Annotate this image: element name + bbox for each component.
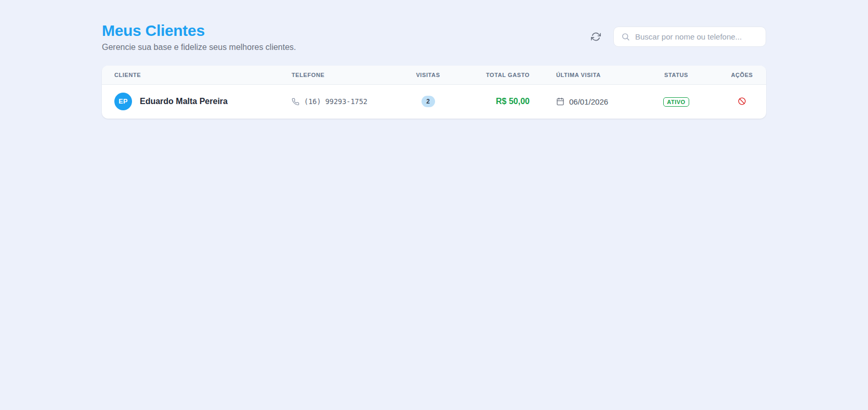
calendar-icon	[556, 97, 564, 106]
column-header-cliente: CLIENTE	[102, 66, 292, 85]
status-badge: ATIVO	[663, 97, 689, 107]
table-row: EP Eduardo Malta Pereira (16) 99293-1752	[102, 85, 766, 119]
header-actions	[590, 27, 766, 47]
column-header-acoes: AÇÕES	[718, 66, 766, 85]
last-visit-cell: 06/01/2026	[556, 97, 635, 106]
phone-number: (16) 99293-1752	[304, 97, 367, 106]
search-icon	[621, 32, 630, 41]
last-visit-date: 06/01/2026	[569, 97, 608, 106]
total-spent: R$ 50,00	[496, 97, 530, 106]
refresh-button[interactable]	[590, 31, 602, 43]
visits-badge: 2	[422, 96, 435, 107]
search-input[interactable]	[635, 32, 758, 41]
column-header-ultima-visita: ÚLTIMA VISITA	[531, 66, 635, 85]
column-header-telefone: TELEFONE	[292, 66, 401, 85]
search-box	[613, 27, 766, 47]
block-client-button[interactable]	[737, 96, 747, 107]
clients-card: CLIENTE TELEFONE VISITAS TOTAL GASTO ÚLT…	[102, 66, 766, 119]
column-header-visitas: VISITAS	[401, 66, 455, 85]
page-header: Meus Clientes Gerencie sua base e fideli…	[102, 22, 766, 52]
table-header-row: CLIENTE TELEFONE VISITAS TOTAL GASTO ÚLT…	[102, 66, 766, 85]
phone-icon	[292, 98, 299, 106]
column-header-total-gasto: TOTAL GASTO	[455, 66, 531, 85]
ban-icon	[738, 97, 746, 106]
client-name: Eduardo Malta Pereira	[140, 97, 228, 106]
avatar: EP	[114, 93, 132, 110]
column-header-status: STATUS	[635, 66, 718, 85]
refresh-icon	[591, 32, 601, 42]
page-content: Meus Clientes Gerencie sua base e fideli…	[102, 0, 766, 119]
page-subtitle: Gerencie sua base e fidelize seus melhor…	[102, 43, 296, 52]
phone-cell: (16) 99293-1752	[292, 97, 401, 106]
title-block: Meus Clientes Gerencie sua base e fideli…	[102, 22, 296, 52]
clients-table: CLIENTE TELEFONE VISITAS TOTAL GASTO ÚLT…	[102, 66, 766, 119]
client-cell: EP Eduardo Malta Pereira	[114, 93, 292, 110]
page-title: Meus Clientes	[102, 22, 296, 40]
